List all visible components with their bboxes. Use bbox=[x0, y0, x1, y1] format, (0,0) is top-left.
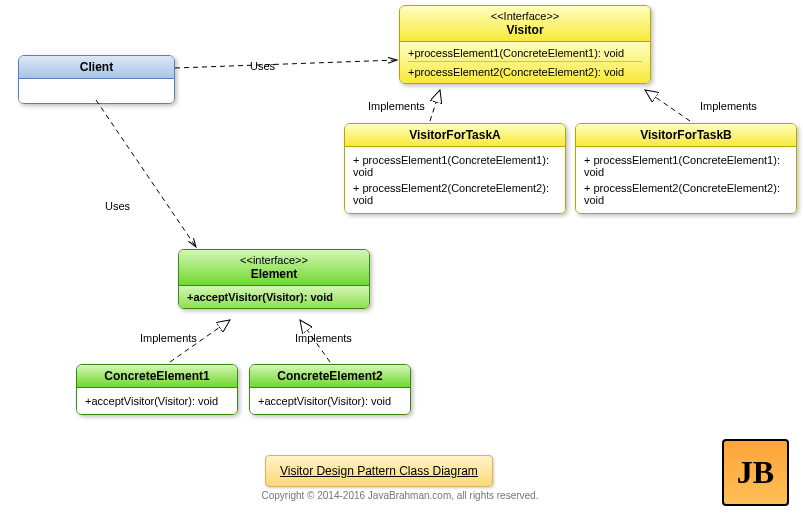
class-visitor-a-method-1: + processElement2(ConcreteElement2): voi… bbox=[353, 180, 557, 208]
edge-client-element bbox=[96, 100, 196, 247]
javabrahman-logo: JB bbox=[722, 439, 789, 506]
class-concrete2: ConcreteElement2 +acceptVisitor(Visitor)… bbox=[249, 364, 411, 415]
interface-visitor-name: Visitor bbox=[506, 23, 543, 37]
interface-visitor-stereotype: <<Interface>> bbox=[406, 10, 644, 22]
class-visitor-b: VisitorForTaskB + processElement1(Concre… bbox=[575, 123, 797, 214]
edge-label-uses-visitor: Uses bbox=[250, 60, 275, 72]
interface-visitor-title: <<Interface>> Visitor bbox=[400, 6, 650, 42]
logo-text: JB bbox=[737, 454, 774, 491]
edge-visitor-b bbox=[645, 90, 690, 121]
class-concrete1-title: ConcreteElement1 bbox=[77, 365, 237, 388]
class-visitor-a-title: VisitorForTaskA bbox=[345, 124, 565, 147]
class-client-title: Client bbox=[19, 56, 174, 79]
interface-visitor-method-1: +processElement2(ConcreteElement2): void bbox=[408, 61, 642, 78]
interface-visitor: <<Interface>> Visitor +processElement1(C… bbox=[399, 5, 651, 84]
copyright-text: Copyright © 2014-2016 JavaBrahman.com, a… bbox=[245, 490, 555, 501]
edge-client-visitor bbox=[175, 60, 397, 68]
interface-element-name: Element bbox=[251, 267, 298, 281]
class-visitor-a-body: + processElement1(ConcreteElement1): voi… bbox=[345, 147, 565, 213]
interface-visitor-body: +processElement1(ConcreteElement1): void… bbox=[400, 42, 650, 83]
class-client-body bbox=[19, 79, 174, 103]
class-concrete1: ConcreteElement1 +acceptVisitor(Visitor)… bbox=[76, 364, 238, 415]
interface-element: <<interface>> Element +acceptVisitor(Vis… bbox=[178, 249, 370, 309]
edge-label-impl-concrete2: Implements bbox=[295, 332, 352, 344]
class-concrete2-title: ConcreteElement2 bbox=[250, 365, 410, 388]
edge-label-impl-visitor-b: Implements bbox=[700, 100, 757, 112]
interface-element-title: <<interface>> Element bbox=[179, 250, 369, 286]
class-client: Client bbox=[18, 55, 175, 104]
class-visitor-b-method-0: + processElement1(ConcreteElement1): voi… bbox=[584, 152, 788, 180]
class-concrete1-body: +acceptVisitor(Visitor): void bbox=[77, 388, 237, 414]
edge-label-uses-element: Uses bbox=[105, 200, 130, 212]
edge-label-impl-visitor-a: Implements bbox=[368, 100, 425, 112]
diagram-title: Visitor Design Pattern Class Diagram bbox=[265, 455, 493, 487]
class-visitor-b-method-1: + processElement2(ConcreteElement2): voi… bbox=[584, 180, 788, 208]
class-concrete2-body: +acceptVisitor(Visitor): void bbox=[250, 388, 410, 414]
class-visitor-a-method-0: + processElement1(ConcreteElement1): voi… bbox=[353, 152, 557, 180]
interface-visitor-method-0: +processElement1(ConcreteElement1): void bbox=[408, 47, 642, 59]
edge-visitor-a bbox=[430, 90, 440, 121]
interface-element-method-0: +acceptVisitor(Visitor): void bbox=[187, 291, 361, 303]
class-visitor-b-title: VisitorForTaskB bbox=[576, 124, 796, 147]
class-visitor-a: VisitorForTaskA + processElement1(Concre… bbox=[344, 123, 566, 214]
class-concrete2-method-0: +acceptVisitor(Visitor): void bbox=[258, 393, 402, 409]
edge-label-impl-concrete1: Implements bbox=[140, 332, 197, 344]
interface-element-body: +acceptVisitor(Visitor): void bbox=[179, 286, 369, 308]
class-concrete1-method-0: +acceptVisitor(Visitor): void bbox=[85, 393, 229, 409]
interface-element-stereotype: <<interface>> bbox=[185, 254, 363, 266]
class-visitor-b-body: + processElement1(ConcreteElement1): voi… bbox=[576, 147, 796, 213]
